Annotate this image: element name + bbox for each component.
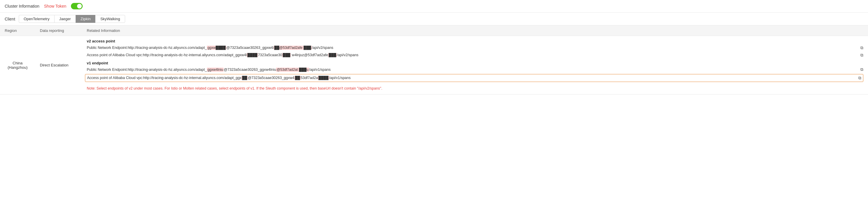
v1-public-copy-icon[interactable]: ⧉ (860, 67, 863, 72)
toggle-thumb (77, 4, 82, 8)
tab-opentelemetry[interactable]: OpenTelemetry (19, 15, 54, 23)
v2-vpc-suffix: /api/v2/spans (337, 53, 359, 57)
v2-vpc-token1: ████ (247, 53, 258, 57)
v1-vpc-mid2: 53df7ad2a (301, 76, 318, 80)
show-token-label: Show Token (44, 4, 66, 8)
v1-vpc-token1: ██ (242, 76, 248, 80)
main-table: Region Data reporting Related Informatio… (0, 26, 868, 95)
v2-public-suffix: /api/v2/spans (312, 46, 334, 50)
tab-skywalking[interactable]: SkyWalking (95, 15, 125, 23)
v2-vpc-endpoint-row: Access point of Alibaba Cloud vpc:http:/… (87, 52, 863, 58)
reporting-cell: Direct Escalation (35, 36, 82, 95)
v1-vpc-mid: @7323a5caae30263_ggxw4 (248, 76, 294, 80)
tab-zipkin[interactable]: Zipkin (75, 15, 96, 23)
v1-vpc-token3: ████ (318, 76, 329, 80)
tabs-group: OpenTelemetry Jaeger Zipkin SkyWalking (19, 15, 125, 23)
v2-public-token1: ggxw████ (207, 46, 226, 50)
show-token-toggle[interactable] (71, 3, 83, 9)
col-info-header: Related Information (82, 26, 868, 36)
client-section: Client OpenTelemetry Jaeger Zipkin SkyWa… (0, 12, 868, 26)
v2-vpc-copy-icon[interactable]: ⧉ (860, 53, 863, 58)
v1-vpc-token2: ██ (294, 76, 301, 80)
v1-vpc-copy-icon[interactable]: ⧉ (858, 75, 861, 80)
v2-vpc-prefix: Access point of Alibaba Cloud vpc:http:/… (87, 53, 247, 57)
v2-public-token3: ███ (303, 46, 312, 50)
v2-public-prefix: Public Network Endpoint:http://tracing-a… (87, 46, 207, 50)
v1-vpc-prefix: Access point of Alibaba Cloud vpc:http:/… (87, 76, 242, 80)
col-region-header: Region (0, 26, 35, 36)
v2-vpc-endpoint-text: Access point of Alibaba Cloud vpc:http:/… (87, 52, 859, 58)
v1-public-token3: ███u (298, 68, 309, 72)
v2-public-endpoint-row: Public Network Endpoint:http://tracing-a… (87, 45, 863, 51)
table-row: China(Hangzhou) Direct Escalation v2 acc… (0, 36, 868, 95)
v2-vpc-mid: 7323a5caae30 (258, 53, 282, 57)
v2-public-endpoint-text: Public Network Endpoint:http://tracing-a… (87, 45, 859, 51)
v2-public-token2: ██@53df7ad2afe (274, 46, 303, 50)
v1-vpc-suffix: /api/v1/spans (329, 76, 351, 80)
v1-public-mid: @7323a5caae30263_ggxw4lniu (224, 68, 276, 72)
page-header: Cluster Information Show Token (0, 0, 868, 12)
v1-public-suffix: /api/v1/spans (309, 68, 331, 72)
table-header-row: Region Data reporting Related Informatio… (0, 26, 868, 36)
v2-vpc-token2: ███ (282, 53, 291, 57)
v2-vpc-token3: ███ (328, 53, 337, 57)
region-cell: China(Hangzhou) (0, 36, 35, 95)
v1-public-token2: @53df7ad2at (276, 68, 298, 72)
v1-public-token1: ggxw4lniu (207, 68, 224, 72)
v2-section-title: v2 access point (87, 39, 863, 43)
v2-vpc-mid2: w4lnjuz@53df7ad2afe (291, 53, 328, 57)
cluster-info-label: Cluster Information (5, 4, 39, 8)
client-label: Client (5, 17, 15, 22)
v1-public-prefix: Public Network Endpoint:http://tracing-a… (87, 68, 207, 72)
v2-public-mid: @7323a5caae30263_ggxw4i (226, 46, 274, 50)
col-reporting-header: Data reporting (35, 26, 82, 36)
info-cell: v2 access point Public Network Endpoint:… (82, 36, 868, 95)
v1-public-endpoint-text: Public Network Endpoint:http://tracing-a… (87, 67, 859, 73)
v1-public-endpoint-row: Public Network Endpoint:http://tracing-a… (87, 67, 863, 73)
note-text: Note: Select endpoints of v2 under most … (87, 85, 863, 91)
tab-jaeger[interactable]: Jaeger (54, 15, 75, 23)
v1-vpc-endpoint-row: Access point of Alibaba Cloud vpc:http:/… (85, 74, 863, 82)
v2-public-copy-icon[interactable]: ⧉ (860, 45, 863, 50)
v1-section-title: v1 endpoint (87, 61, 863, 65)
toggle-track (71, 3, 83, 9)
v1-vpc-endpoint-text: Access point of Alibaba Cloud vpc:http:/… (87, 75, 857, 81)
